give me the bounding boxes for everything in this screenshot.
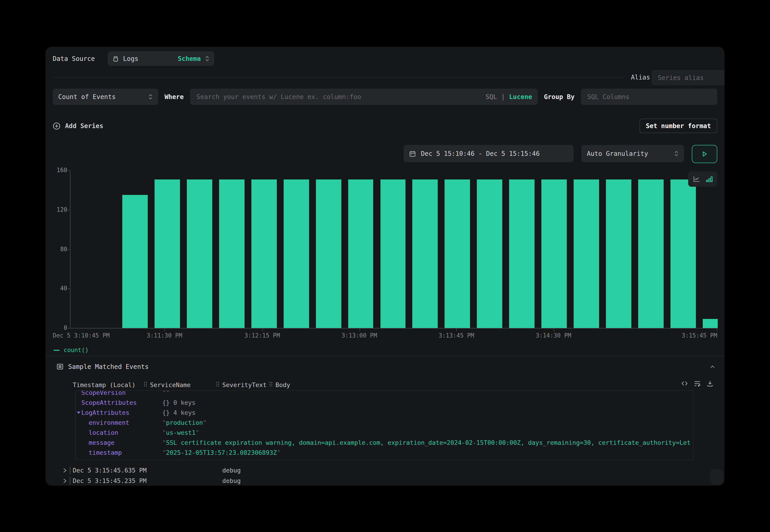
detail-row-message: message"SSL certificate expiration warni… [75, 438, 693, 447]
y-axis-tick-label: 80 [53, 246, 67, 252]
play-icon [701, 150, 708, 158]
events-table-actions [681, 380, 714, 387]
series-toolbar: Add Series Set number format [53, 119, 717, 133]
x-axis-tick [359, 328, 360, 331]
x-axis-tick [164, 328, 165, 331]
set-number-format-label: Set number format [646, 122, 711, 129]
y-axis-tick-label: 120 [53, 207, 67, 213]
column-header-servicename[interactable]: ServiceName [150, 381, 191, 388]
column-header-severitytext[interactable]: SeverityText [222, 381, 266, 388]
x-axis-tick-label: Dec 5 3:10:45 PM [53, 332, 109, 339]
column-header-timestamp[interactable]: Timestamp (Local) [73, 381, 135, 388]
drag-handle-icon[interactable] [144, 381, 147, 387]
x-axis-tick-label: 3:11:30 PM [147, 332, 182, 339]
download-icon[interactable] [706, 380, 714, 387]
add-series-button[interactable]: Add Series [53, 122, 103, 130]
chevron-up-down-icon [148, 93, 153, 100]
event-row[interactable]: Dec 5 3:15:45.235 PMdebug [53, 476, 717, 486]
x-axis-tick-label: 3:13:45 PM [439, 332, 474, 339]
event-timestamp: Dec 5 3:15:45.235 PM [73, 476, 147, 486]
group-by-label: Group By [544, 93, 575, 100]
chart-bar [574, 179, 599, 328]
x-axis-tick [262, 328, 263, 331]
chevron-up-icon[interactable] [710, 364, 715, 370]
language-toggle[interactable]: SQL | Lucene [486, 93, 532, 100]
x-axis-tick [554, 328, 554, 331]
detail-row-ScopeVersion: ScopeVersion"" [75, 390, 693, 398]
row-expand-chevron-icon[interactable] [62, 478, 67, 484]
detail-badge: {} 0 keys [162, 398, 195, 408]
line-chart-icon[interactable] [693, 175, 700, 183]
chart-bar [509, 179, 535, 328]
alias-input-wrap [652, 70, 725, 85]
detail-value: "SSL certificate expiration warning, dom… [162, 438, 690, 447]
detail-row-ScopeAttributes: ScopeAttributes{} 0 keys [75, 398, 693, 408]
event-row[interactable]: Dec 5 3:15:45.635 PMdebug [53, 465, 717, 476]
chart-bar [316, 179, 341, 328]
column-header-body[interactable]: Body [275, 381, 290, 388]
search-input[interactable] [195, 93, 481, 101]
add-series-label: Add Series [65, 122, 103, 129]
time-controls: Dec 5 15:10:46 - Dec 5 15:15:46 Auto Gra… [404, 145, 717, 162]
aggregate-select[interactable]: Count of Events [53, 89, 158, 105]
x-axis-tick-label: 3:15:45 PM [682, 332, 717, 339]
chart-bar [348, 179, 373, 328]
chart-type-toggle [688, 171, 717, 187]
collapse-triangle-icon[interactable] [77, 412, 80, 414]
run-query-button[interactable] [692, 145, 717, 163]
bar-chart-icon[interactable] [705, 175, 713, 183]
y-axis-tick [68, 249, 70, 250]
plus-circle-icon [53, 122, 60, 130]
chart-bar [445, 179, 470, 328]
y-axis-tick-label: 0 [53, 325, 67, 331]
events-table-header: Timestamp (Local) ServiceName SeverityTe… [53, 381, 717, 390]
row-expand-chevron-icon[interactable] [62, 467, 67, 473]
time-range-value: Dec 5 15:10:46 - Dec 5 15:15:46 [421, 150, 540, 157]
data-source-label: Data Source [53, 55, 95, 62]
x-axis-tick [456, 328, 457, 331]
chart-bar [703, 319, 718, 328]
detail-value: "2025-12-05T13:57:23.082306893Z" [162, 447, 690, 457]
chart-bar [219, 179, 244, 328]
chart-legend[interactable]: count() [54, 347, 89, 353]
event-timestamp: Dec 5 3:15:45.635 PM [73, 465, 147, 476]
alias-label: Alias [631, 70, 650, 84]
time-range-picker[interactable]: Dec 5 15:10:46 - Dec 5 15:15:46 [404, 145, 574, 162]
chart-bar [154, 179, 180, 328]
legend-label: count() [64, 347, 89, 353]
language-lucene[interactable]: Lucene [509, 93, 532, 100]
alias-input[interactable] [657, 74, 723, 82]
detail-row-location: location"us-west1" [75, 428, 693, 438]
chart-bar [251, 179, 277, 328]
divider [53, 77, 624, 78]
chart-plot [70, 170, 718, 328]
wrap-text-icon[interactable] [694, 380, 701, 387]
chart-bar [284, 179, 309, 328]
set-number-format-button[interactable]: Set number format [639, 119, 717, 133]
event-severity: debug [222, 476, 241, 486]
drag-handle-icon[interactable] [269, 381, 273, 387]
detail-key: message [89, 438, 114, 447]
scroll-corner [710, 469, 723, 484]
where-label: Where [164, 93, 184, 100]
aggregate-value: Count of Events [58, 93, 116, 100]
chart-bar [413, 179, 438, 328]
detail-key: ScopeAttributes [81, 398, 137, 408]
chart-bar [122, 195, 148, 328]
event-severity: debug [222, 465, 241, 476]
detail-row-LogAttributes[interactable]: LogAttributes{} 4 keys [75, 408, 693, 418]
y-axis-tick [68, 328, 70, 328]
detail-key: LogAttributes [81, 408, 129, 418]
detail-row-timestamp: timestamp"2025-12-05T13:57:23.082306893Z… [75, 447, 693, 457]
data-source-value: Logs [123, 55, 138, 62]
granularity-select[interactable]: Auto Granularity [581, 145, 684, 162]
language-sql[interactable]: SQL [486, 93, 497, 100]
group-by-input[interactable] [586, 93, 712, 101]
detail-key: timestamp [89, 447, 122, 457]
drag-handle-icon[interactable] [216, 381, 219, 387]
code-icon[interactable] [681, 380, 688, 387]
data-source-select[interactable]: Logs Schema [107, 51, 214, 66]
schema-link[interactable]: Schema [178, 55, 201, 62]
detail-key: ScopeVersion [81, 390, 126, 398]
event-detail-panel[interactable]: ScopeVersion""ScopeAttributes{} 0 keysLo… [75, 390, 694, 460]
